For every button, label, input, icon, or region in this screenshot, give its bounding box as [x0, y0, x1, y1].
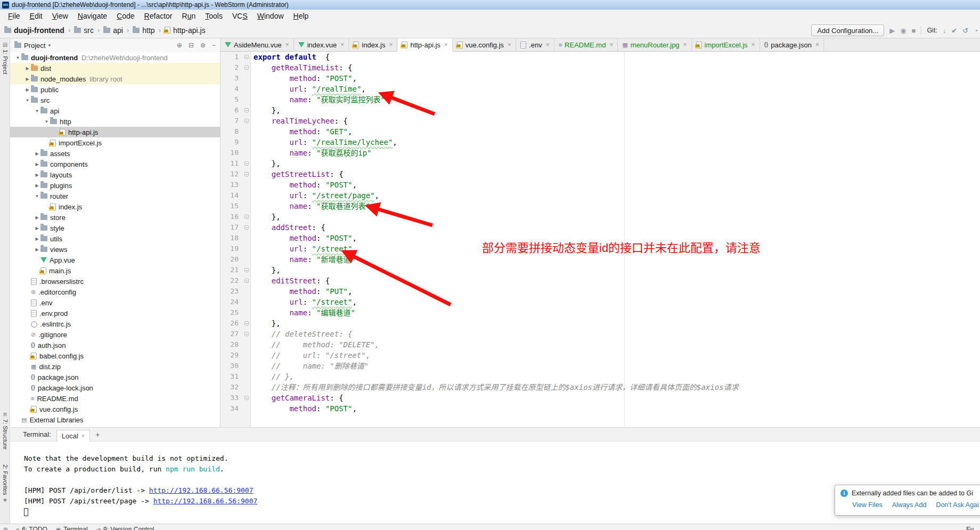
- menu-navigate[interactable]: Navigate: [73, 10, 112, 22]
- settings-icon[interactable]: ⊛: [200, 42, 206, 49]
- tree-item-app.vue[interactable]: App.vue: [10, 255, 220, 265]
- tree-item-dist.zip[interactable]: ▦dist.zip: [10, 361, 220, 372]
- tree-item-main.js[interactable]: main.js: [10, 265, 220, 276]
- tree-item-vue.config.js[interactable]: vue.config.js: [10, 404, 220, 414]
- chevron-right-icon[interactable]: ▶: [34, 247, 40, 252]
- tree-item-package.json[interactable]: {}package.json: [10, 372, 220, 382]
- tree-item-importexcel.js[interactable]: importExcel.js: [10, 137, 220, 148]
- tree-item-views[interactable]: ▶views: [10, 244, 220, 255]
- chevron-down-icon[interactable]: ▼: [14, 55, 21, 60]
- chevron-down-icon[interactable]: ▼: [34, 194, 40, 199]
- fold-marker-icon[interactable]: [244, 396, 249, 400]
- tree-item-.eslintrc.js[interactable]: ◯.eslintrc.js: [10, 319, 220, 329]
- run-icon[interactable]: ▶: [889, 27, 895, 34]
- tree-item-.editorconfig[interactable]: ⊛.editorconfig: [10, 287, 220, 297]
- add-configuration-button[interactable]: Add Configuration...: [811, 25, 884, 36]
- chevron-right-icon[interactable]: ▶: [34, 162, 40, 167]
- breadcrumb-item-http-api.js[interactable]: http-api.js: [165, 26, 206, 35]
- tab-readme.md[interactable]: ≡README.md×: [554, 38, 618, 51]
- tree-item-style[interactable]: ▶style: [10, 223, 220, 233]
- chevron-right-icon[interactable]: ▶: [34, 173, 40, 177]
- tab-index.js[interactable]: index.js×: [349, 38, 397, 51]
- chevron-down-icon[interactable]: ▼: [43, 119, 50, 124]
- locate-file-icon[interactable]: ⊕: [177, 42, 182, 49]
- sidebar-item-structure[interactable]: ≣ 7: Structure: [0, 411, 10, 450]
- tab-asidemenu.vue[interactable]: AsideMenu.vue×: [220, 38, 294, 51]
- tool-window-switcher[interactable]: ⊞: [3, 526, 7, 530]
- chevron-right-icon[interactable]: ▶: [34, 237, 40, 241]
- tree-item-readme.md[interactable]: ≡README.md: [10, 393, 220, 404]
- chevron-down-icon[interactable]: ▼: [34, 109, 40, 113]
- tree-item-http-api.js[interactable]: http-api.js: [10, 127, 220, 137]
- breadcrumb-item-duoji-frontend[interactable]: duoji-frontend: [4, 26, 64, 35]
- collapse-all-icon[interactable]: ⊟: [189, 42, 194, 49]
- terminal-link[interactable]: http://192.168.66.56:9007: [149, 486, 254, 494]
- fold-marker-icon[interactable]: [244, 108, 249, 112]
- project-view-selector[interactable]: Project ▾: [14, 42, 51, 50]
- menu-refactor[interactable]: Refactor: [140, 10, 177, 22]
- breadcrumb-item-src[interactable]: src: [74, 26, 94, 35]
- tree-item-babel.config.js[interactable]: babel.config.js: [10, 350, 220, 361]
- menu-tools[interactable]: Tools: [200, 10, 227, 22]
- menu-view[interactable]: View: [47, 10, 73, 22]
- breadcrumb-item-api[interactable]: api: [103, 26, 123, 35]
- menu-run[interactable]: Run: [177, 10, 201, 22]
- close-icon[interactable]: ×: [609, 41, 613, 48]
- menu-help[interactable]: Help: [289, 10, 314, 22]
- menu-vcs[interactable]: VCS: [227, 10, 252, 22]
- chevron-right-icon[interactable]: ▶: [34, 215, 40, 220]
- close-icon[interactable]: ×: [340, 41, 344, 48]
- tab-package.json[interactable]: {}package.json×: [760, 38, 824, 51]
- close-icon[interactable]: ×: [81, 433, 85, 439]
- fold-marker-icon[interactable]: [244, 119, 249, 123]
- tree-item-store[interactable]: ▶store: [10, 212, 220, 223]
- tab-index.vue[interactable]: index.vue×: [294, 38, 349, 51]
- tree-item-components[interactable]: ▶components: [10, 159, 220, 169]
- menu-file[interactable]: File: [3, 10, 25, 22]
- close-icon[interactable]: ×: [752, 41, 755, 48]
- tree-item-assets[interactable]: ▶assets: [10, 148, 220, 159]
- tree-item-dist[interactable]: ▶dist: [10, 63, 220, 74]
- terminal-toolwindow[interactable]: ▣Terminal: [56, 526, 88, 530]
- fold-marker-icon[interactable]: [244, 161, 249, 166]
- sidebar-item-favorites[interactable]: 2: Favorites ★: [0, 464, 10, 503]
- stop-icon[interactable]: ■: [912, 27, 916, 34]
- fold-marker-icon[interactable]: [244, 225, 249, 230]
- clock-icon[interactable]: ◔: [974, 27, 978, 34]
- chevron-down-icon[interactable]: ▼: [24, 98, 31, 103]
- terminal-link[interactable]: http://192.168.66.56:9007: [153, 497, 258, 505]
- fold-marker-icon[interactable]: [244, 321, 249, 325]
- tree-item-duoji-frontend[interactable]: ▼duoji-frontendD:\zheheWeb\duoji-fronten…: [10, 52, 220, 63]
- close-icon[interactable]: ×: [683, 41, 687, 48]
- commit-icon[interactable]: ✔: [951, 27, 957, 34]
- close-icon[interactable]: ×: [389, 41, 393, 48]
- tree-item-.env[interactable]: .env: [10, 297, 220, 308]
- tree-item-http[interactable]: ▼http: [10, 116, 220, 127]
- tab-menurouter.jpg[interactable]: ▦menuRouter.jpg×: [618, 38, 691, 51]
- chevron-right-icon[interactable]: ▶: [24, 77, 31, 81]
- chevron-right-icon[interactable]: ▶: [34, 226, 40, 231]
- fold-marker-icon[interactable]: [244, 55, 249, 59]
- tree-item-node_modules[interactable]: ▶node_moduleslibrary root: [10, 74, 220, 84]
- menu-edit[interactable]: Edit: [25, 10, 47, 22]
- tree-item-public[interactable]: ▶public: [10, 84, 220, 95]
- fold-marker-icon[interactable]: [244, 268, 249, 272]
- fold-marker-icon[interactable]: [244, 279, 249, 283]
- terminal-tab-local[interactable]: Local ×: [56, 430, 91, 442]
- tree-item-index.js[interactable]: index.js: [10, 201, 220, 212]
- close-icon[interactable]: ×: [285, 41, 289, 48]
- debug-icon[interactable]: ◉: [900, 27, 906, 34]
- tree-item-utils[interactable]: ▶utils: [10, 233, 220, 244]
- tab-vue.config.js[interactable]: vue.config.js×: [453, 38, 516, 51]
- status-bar-right-label[interactable]: Ev: [966, 526, 974, 530]
- chevron-right-icon[interactable]: ▶: [34, 183, 40, 188]
- tree-item-src[interactable]: ▼src: [10, 95, 220, 105]
- menu-window[interactable]: Window: [252, 10, 289, 22]
- hide-panel-icon[interactable]: −: [212, 42, 216, 49]
- notification-link-view-files[interactable]: View Files: [852, 501, 883, 509]
- sidebar-item-project[interactable]: ▤ 1: Project: [0, 42, 10, 74]
- fold-marker-icon[interactable]: [244, 66, 249, 70]
- tree-item-.env.prod[interactable]: .env.prod: [10, 308, 220, 319]
- fold-marker-icon[interactable]: [244, 332, 249, 336]
- close-icon[interactable]: ×: [546, 41, 550, 48]
